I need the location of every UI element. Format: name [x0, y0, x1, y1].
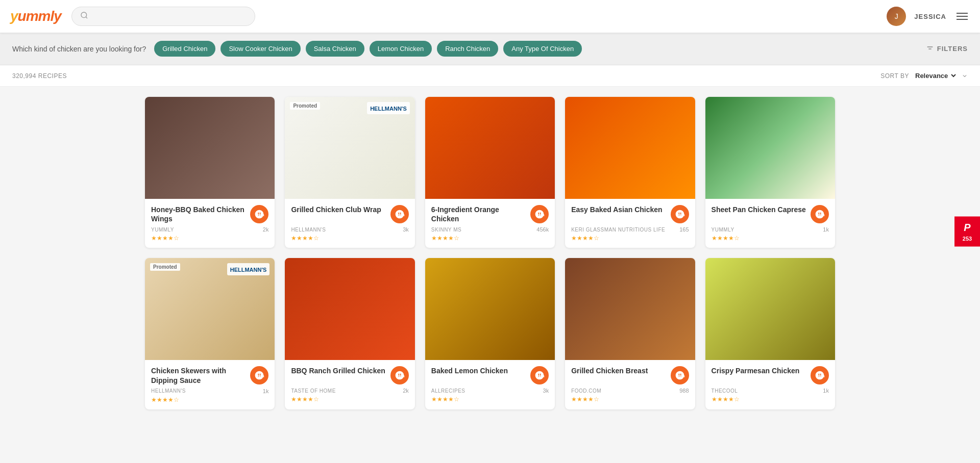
- sort-select[interactable]: Relevance Rating Cook Time: [913, 71, 958, 80]
- svg-text:yum: yum: [397, 213, 405, 217]
- yum-icon: yum: [534, 209, 545, 219]
- yum-button[interactable]: yum: [530, 366, 549, 384]
- sort-by-label: SORT BY: [880, 72, 909, 80]
- chip-ranch-chicken[interactable]: Ranch Chicken: [437, 41, 498, 57]
- avatar[interactable]: J: [887, 7, 906, 26]
- recipe-title-row: 6-Ingredient Orange Chicken yum: [431, 205, 549, 223]
- search-bar: chicken: [71, 7, 255, 26]
- brand-badge: HELLMANN'S: [227, 263, 270, 275]
- username: JESSICA: [914, 13, 946, 20]
- recipe-card[interactable]: Grilled Chicken Breast yum FOOD.COM 988 …: [565, 258, 695, 409]
- recipe-stars: ★★★★☆: [712, 396, 829, 403]
- chip-grilled-chicken[interactable]: Grilled Chicken: [154, 41, 215, 57]
- svg-text:yum: yum: [677, 374, 685, 379]
- recipe-source: KERI GLASSMAN NUTRITIOUS LIFE: [571, 227, 665, 233]
- yum-button[interactable]: yum: [390, 366, 409, 384]
- recipe-card[interactable]: 6-Ingredient Orange Chicken yum SKINNY M…: [425, 97, 555, 248]
- recipe-card[interactable]: Promoted HELLMANN'S Chicken Skewers with…: [145, 258, 275, 409]
- header-right: J JESSICA: [887, 7, 970, 26]
- sort-controls: SORT BY Relevance Rating Cook Time: [880, 71, 968, 80]
- recipe-title-row: Baked Lemon Chicken yum: [431, 366, 549, 384]
- recipe-image: [705, 258, 835, 360]
- recipe-source: YUMMLY: [151, 227, 174, 233]
- logo[interactable]: yummly: [10, 8, 61, 24]
- chip-salsa-chicken[interactable]: Salsa Chicken: [306, 41, 364, 57]
- pinterest-button[interactable]: P 253: [954, 217, 980, 247]
- recipe-source-row: THECOOL 1k: [712, 388, 829, 394]
- recipe-source-row: HELLMANN'S 1k: [151, 388, 268, 394]
- recipe-source: ALLRECIPES: [431, 388, 465, 394]
- recipe-yums: 2k: [403, 388, 409, 394]
- yum-button[interactable]: yum: [811, 366, 829, 384]
- yum-button[interactable]: yum: [250, 366, 268, 384]
- yum-button[interactable]: yum: [811, 205, 829, 223]
- filter-bar: Which kind of chicken are you looking fo…: [0, 33, 980, 65]
- brand-badge: HELLMANN'S: [367, 102, 410, 114]
- yum-button[interactable]: yum: [390, 205, 409, 223]
- recipe-info: Crispy Parmesan Chicken yum THECOOL 1k ★…: [705, 360, 835, 409]
- recipe-info: 6-Ingredient Orange Chicken yum SKINNY M…: [425, 199, 555, 248]
- recipe-title: Crispy Parmesan Chicken: [712, 366, 806, 375]
- recipe-card[interactable]: BBQ Ranch Grilled Chicken yum TASTE OF H…: [285, 258, 414, 409]
- filters-button[interactable]: FILTERS: [926, 45, 968, 53]
- yum-button[interactable]: yum: [671, 366, 689, 384]
- recipe-title-row: Grilled Chicken Breast yum: [571, 366, 689, 384]
- header: yummly chicken J JESSICA: [0, 0, 980, 33]
- recipe-title: Easy Baked Asian Chicken: [571, 205, 666, 214]
- yum-button[interactable]: yum: [250, 205, 268, 223]
- recipe-source: HELLMANN'S: [291, 227, 326, 233]
- results-count: 320,994 RECIPES: [12, 72, 67, 80]
- menu-button[interactable]: [954, 11, 970, 22]
- filter-icon: [926, 45, 934, 53]
- yum-button[interactable]: yum: [530, 205, 549, 223]
- recipe-stars: ★★★★☆: [151, 235, 268, 242]
- svg-text:yum: yum: [536, 374, 545, 379]
- recipe-source-row: KERI GLASSMAN NUTRITIOUS LIFE 165: [571, 226, 689, 233]
- recipe-yums: 3k: [543, 388, 549, 394]
- yum-icon: yum: [395, 370, 405, 380]
- search-input[interactable]: chicken: [92, 12, 247, 21]
- recipe-stars: ★★★★☆: [431, 396, 549, 403]
- recipe-info: Grilled Chicken Club Wrap yum HELLMANN'S…: [285, 199, 414, 248]
- pinterest-icon: P: [964, 222, 970, 234]
- recipe-card[interactable]: Sheet Pan Chicken Caprese yum YUMMLY 1k …: [705, 97, 835, 248]
- pinterest-count: 253: [963, 236, 972, 242]
- svg-text:yum: yum: [817, 213, 825, 217]
- recipe-title: Grilled Chicken Club Wrap: [291, 205, 386, 214]
- chip-lemon-chicken[interactable]: Lemon Chicken: [370, 41, 432, 57]
- recipe-card[interactable]: Honey-BBQ Baked Chicken Wings yum YUMMLY…: [145, 97, 275, 248]
- promoted-badge: Promoted: [150, 263, 180, 271]
- recipe-title-row: Honey-BBQ Baked Chicken Wings yum: [151, 205, 268, 223]
- recipe-card[interactable]: Easy Baked Asian Chicken yum KERI GLASSM…: [565, 97, 695, 248]
- recipe-stars: ★★★★☆: [291, 396, 408, 403]
- chevron-down-icon: [962, 73, 968, 79]
- filter-question: Which kind of chicken are you looking fo…: [12, 45, 146, 53]
- svg-text:yum: yum: [257, 374, 265, 379]
- recipe-stars: ★★★★☆: [712, 235, 829, 242]
- yum-icon: yum: [815, 370, 825, 380]
- recipe-yums: 165: [679, 226, 689, 233]
- recipe-image: [565, 258, 695, 360]
- recipe-card[interactable]: Baked Lemon Chicken yum ALLRECIPES 3k ★★…: [425, 258, 555, 409]
- yum-button[interactable]: yum: [671, 205, 689, 223]
- recipe-yums: 1k: [823, 388, 829, 394]
- recipe-info: Easy Baked Asian Chicken yum KERI GLASSM…: [565, 199, 695, 248]
- recipe-image: Promoted HELLMANN'S: [285, 97, 414, 199]
- yum-icon: yum: [395, 209, 405, 219]
- recipe-info: Grilled Chicken Breast yum FOOD.COM 988 …: [565, 360, 695, 409]
- recipe-title: BBQ Ranch Grilled Chicken: [291, 366, 386, 375]
- chip-slow-cooker-chicken[interactable]: Slow Cooker Chicken: [220, 41, 300, 57]
- recipe-source: THECOOL: [712, 388, 738, 394]
- recipe-title: Baked Lemon Chicken: [431, 366, 526, 375]
- recipe-title-row: Easy Baked Asian Chicken yum: [571, 205, 689, 223]
- chip-any-type-of-chicken[interactable]: Any Type Of Chicken: [503, 41, 582, 57]
- recipe-title: Chicken Skewers with Dipping Sauce: [151, 366, 246, 384]
- recipe-card[interactable]: Crispy Parmesan Chicken yum THECOOL 1k ★…: [705, 258, 835, 409]
- search-icon: [80, 11, 88, 21]
- yum-icon: yum: [254, 370, 264, 380]
- recipe-stars: ★★★★☆: [571, 396, 689, 403]
- recipe-yums: 988: [679, 388, 689, 394]
- svg-line-1: [86, 17, 87, 18]
- recipe-card[interactable]: Promoted HELLMANN'S Grilled Chicken Club…: [285, 97, 414, 248]
- svg-text:yum: yum: [536, 213, 545, 217]
